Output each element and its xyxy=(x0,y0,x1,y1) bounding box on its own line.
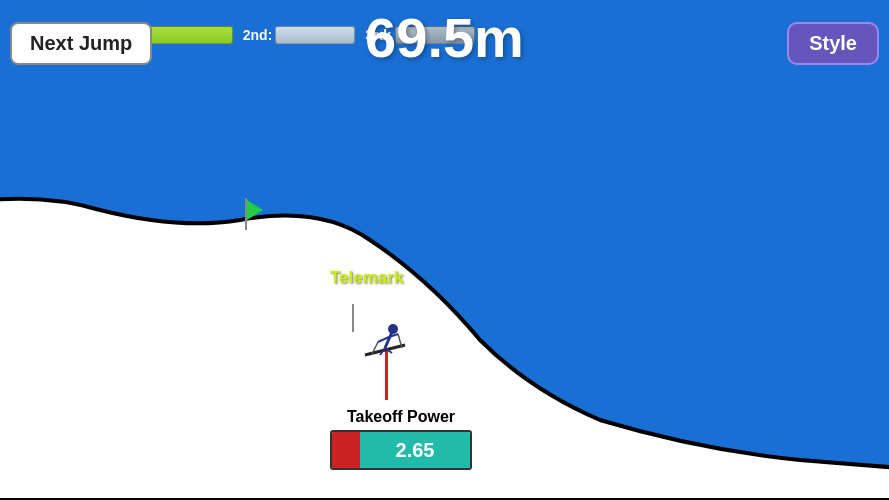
takeoff-red-segment xyxy=(332,432,360,468)
style-button[interactable]: Style xyxy=(787,22,879,65)
skier xyxy=(360,310,420,369)
place-2nd-label: 2nd: xyxy=(243,27,273,43)
takeoff-section: Takeoff Power 2.65 xyxy=(330,408,472,470)
next-jump-button[interactable]: Next Jump xyxy=(10,22,152,65)
svg-line-1 xyxy=(385,332,392,348)
takeoff-teal-segment: 2.65 xyxy=(360,432,470,468)
takeoff-value: 2.65 xyxy=(396,439,435,462)
green-flag xyxy=(245,198,263,230)
takeoff-label: Takeoff Power xyxy=(347,408,455,426)
game-canvas: 5 Points: 1st: 2nd: 3rd: 69.5m Next Jump… xyxy=(0,0,889,500)
bar-2nd xyxy=(275,26,355,44)
bar-1st xyxy=(143,26,233,44)
takeoff-bar-container: 2.65 xyxy=(330,430,472,470)
distance-display: 69.5m xyxy=(365,5,524,70)
place-2nd-group: 2nd: xyxy=(243,26,356,44)
svg-point-2 xyxy=(388,324,398,334)
skier-svg xyxy=(360,310,420,365)
telemark-label: Telemark xyxy=(330,268,403,288)
